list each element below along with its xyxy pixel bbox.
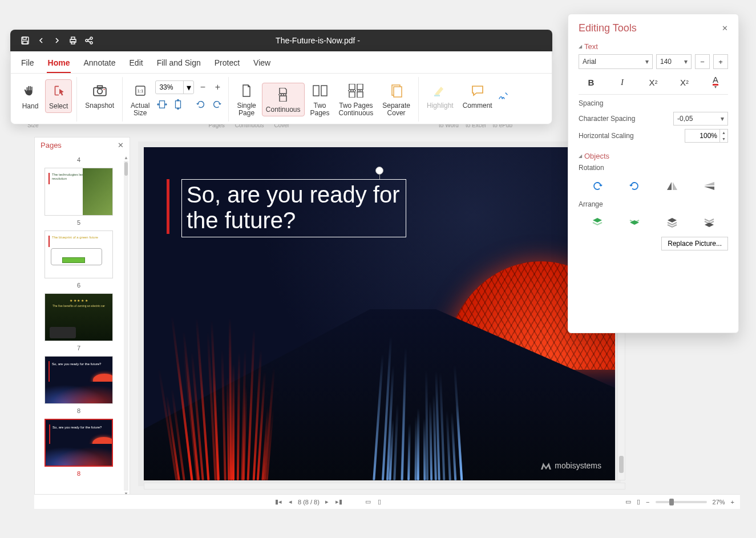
page-thumbnail-5[interactable]: The blueprint of a green future: [45, 230, 113, 278]
spinner-up[interactable]: ▲: [720, 130, 727, 136]
chevron-down-icon[interactable]: ▾: [684, 58, 688, 66]
last-page-button[interactable]: ▸▮: [334, 498, 343, 505]
spinner-down[interactable]: ▼: [720, 136, 727, 142]
two-pages-continuous-button[interactable]: Two Pages Continuous: [335, 79, 377, 119]
bold-button[interactable]: B: [579, 75, 604, 90]
page-view-alt-icon[interactable]: ▯: [377, 498, 382, 505]
share-icon[interactable]: [81, 33, 97, 48]
svg-rect-4: [71, 37, 75, 39]
zoom-in-status[interactable]: +: [731, 499, 734, 505]
canvas-horizontal-scrollbar[interactable]: [144, 483, 625, 490]
font-size-value: 140: [660, 58, 672, 66]
snapshot-button[interactable]: Snapshot: [82, 79, 118, 112]
svg-rect-2: [23, 41, 27, 44]
zoom-slider[interactable]: [656, 501, 707, 503]
h-scaling-input[interactable]: [685, 130, 719, 142]
select-label: Select: [49, 103, 68, 110]
page-view-icon[interactable]: ▭: [364, 498, 372, 505]
subscript-button[interactable]: X2: [641, 75, 666, 90]
ribbon-tabs: File Home Annotate Edit Fill and Sign Pr…: [11, 51, 552, 73]
fit-page-button[interactable]: [171, 98, 185, 111]
close-icon[interactable]: ✕: [722, 24, 728, 33]
document-title: The-Future-is-Now.pdf -: [97, 36, 545, 45]
fit-width-status-icon[interactable]: ▭: [625, 498, 631, 505]
tab-fill-sign[interactable]: Fill and Sign: [156, 56, 202, 73]
char-spacing-input[interactable]: -0,05▾: [673, 112, 728, 126]
font-family-combobox[interactable]: Arial ▾: [579, 54, 653, 69]
zoom-combobox[interactable]: ▾: [155, 80, 194, 94]
page-thumbnail-4[interactable]: The technologies leading the green revol…: [45, 168, 113, 216]
page-navigation: ▮◂ ◂ 8 (8 / 8) ▸ ▸▮ ▭ ▯: [274, 498, 382, 505]
rotate-handle[interactable]: [375, 167, 383, 175]
select-button[interactable]: Select: [45, 79, 72, 113]
print-icon[interactable]: [65, 33, 81, 48]
pages-scroll-area[interactable]: 4 The technologies leading the green rev…: [35, 153, 130, 499]
prev-page-button[interactable]: ◂: [288, 498, 293, 505]
page-thumbnail-7[interactable]: So, are you ready for the future?: [45, 356, 113, 404]
tab-view[interactable]: View: [252, 56, 272, 73]
increase-font-button[interactable]: +: [713, 54, 728, 69]
two-pages-button[interactable]: Two Pages: [307, 79, 333, 119]
section-objects[interactable]: ◢Objects: [579, 152, 728, 160]
italic-button[interactable]: I: [610, 75, 635, 90]
undo-icon[interactable]: [33, 33, 49, 48]
close-icon[interactable]: ✕: [118, 141, 124, 149]
tab-file[interactable]: File: [20, 56, 35, 73]
chevron-down-icon[interactable]: ▾: [645, 58, 649, 66]
rotate-ccw-button[interactable]: [194, 98, 208, 111]
send-to-back-button[interactable]: [698, 214, 721, 231]
status-bar: ▮◂ ◂ 8 (8 / 8) ▸ ▸▮ ▭ ▯ ▭ ▯ − 27% +: [34, 494, 740, 509]
actual-size-button[interactable]: 1:1 Actual Size: [127, 79, 153, 119]
text-edit-box[interactable]: So, are you ready for the future?: [181, 179, 406, 237]
zoom-out-status[interactable]: −: [646, 499, 649, 505]
font-size-combobox[interactable]: 140 ▾: [656, 54, 692, 69]
two-pages-continuous-label: Two Pages Continuous: [339, 102, 374, 117]
single-page-button[interactable]: Single Page: [233, 79, 259, 119]
page-thumbnail-6[interactable]: ★ ★ ★ ★ ★The five benefits of owning an …: [45, 293, 113, 341]
tab-home[interactable]: Home: [47, 56, 71, 73]
next-page-button[interactable]: ▸: [324, 498, 330, 505]
pages-scrollbar[interactable]: ▲ ▼: [124, 155, 128, 496]
bring-to-front-button[interactable]: [586, 214, 609, 231]
hand-button[interactable]: Hand: [18, 80, 43, 112]
section-text[interactable]: ◢Text: [579, 42, 728, 51]
continuous-button[interactable]: Continuous: [262, 83, 305, 116]
send-backward-button[interactable]: [661, 214, 684, 231]
highlight-button[interactable]: Highlight: [423, 79, 457, 112]
h-scaling-spinner[interactable]: ▲▼: [685, 129, 728, 143]
zoom-input[interactable]: [156, 83, 183, 91]
separate-cover-label: Separate Cover: [382, 102, 410, 117]
save-icon[interactable]: [17, 33, 33, 48]
svg-point-8: [90, 42, 92, 44]
page-thumbnail-8[interactable]: So, are you ready for the future?: [45, 419, 113, 467]
comment-icon: [468, 82, 487, 100]
separate-cover-button[interactable]: Separate Cover: [379, 79, 414, 119]
replace-picture-button[interactable]: Replace Picture...: [661, 237, 728, 250]
brand-logo: mobisystems: [541, 461, 601, 470]
tab-protect[interactable]: Protect: [213, 56, 241, 73]
flip-vertical-button[interactable]: [698, 177, 721, 195]
tab-annotate[interactable]: Annotate: [82, 56, 116, 73]
fit-width-button[interactable]: [155, 98, 169, 111]
bring-forward-button[interactable]: [623, 214, 646, 231]
chevron-down-icon[interactable]: ▾: [721, 115, 724, 123]
flip-horizontal-button[interactable]: [661, 177, 684, 195]
rotate-ccw-button[interactable]: [623, 177, 646, 195]
zoom-out-button[interactable]: −: [196, 80, 209, 94]
redo-icon[interactable]: [49, 33, 65, 48]
chevron-down-icon[interactable]: ▾: [183, 81, 193, 94]
document-canvas[interactable]: So, are you ready for the future? mobisy…: [144, 147, 615, 480]
rotate-cw-button[interactable]: [586, 177, 609, 195]
sign-button-partial[interactable]: [498, 84, 510, 107]
decrease-font-button[interactable]: −: [695, 54, 710, 69]
first-page-button[interactable]: ▮◂: [274, 498, 283, 505]
superscript-button[interactable]: X2: [672, 75, 697, 90]
tab-edit[interactable]: Edit: [128, 56, 144, 73]
rotate-cw-button[interactable]: [210, 98, 224, 111]
zoom-in-button[interactable]: +: [211, 80, 224, 94]
fit-page-status-icon[interactable]: ▯: [637, 498, 640, 505]
hand-label: Hand: [22, 103, 39, 110]
font-color-button[interactable]: A ▾: [703, 75, 728, 90]
comment-button[interactable]: Comment: [459, 79, 496, 112]
page-number: 7: [77, 345, 80, 351]
